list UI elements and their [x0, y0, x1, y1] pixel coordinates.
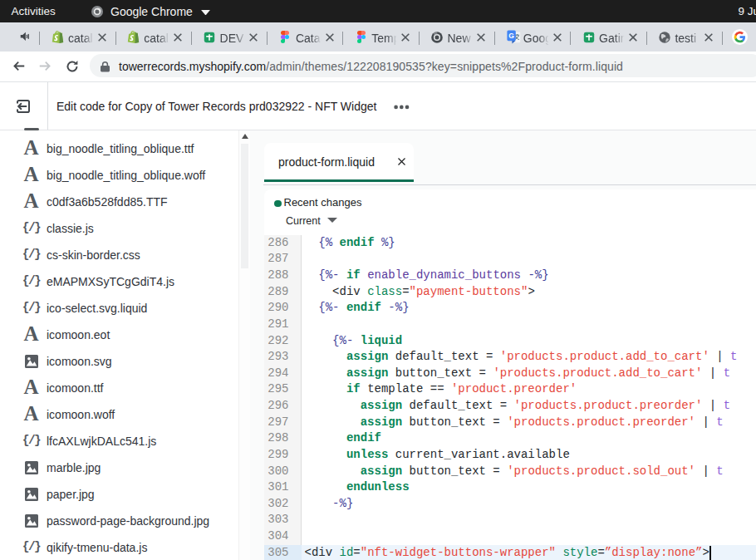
- svg-text:G: G: [509, 32, 515, 40]
